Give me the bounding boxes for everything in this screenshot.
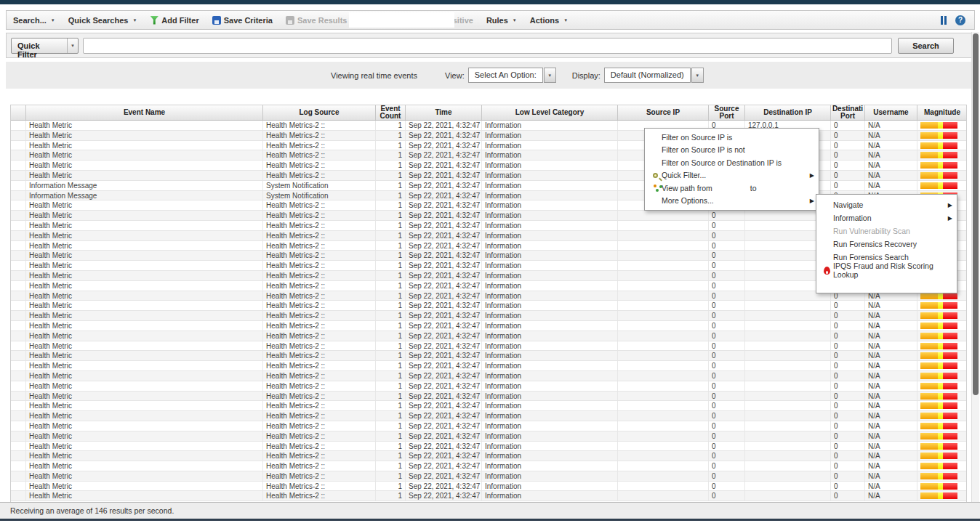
cell-user[interactable]: N/A [865, 161, 917, 170]
cell-sip[interactable] [618, 331, 709, 341]
cell-sip[interactable] [618, 491, 709, 500]
cell-sip[interactable] [618, 471, 709, 481]
cell-log[interactable]: Health Metrics-2 :: [263, 221, 376, 230]
column-header-destinati-port[interactable]: Destinati Port [831, 105, 865, 120]
table-row[interactable]: Health MetricHealth Metrics-2 ::1Sep 22,… [11, 491, 966, 501]
cell-time[interactable]: Sep 22, 2021, 4:32:47 PM [406, 392, 482, 401]
table-row[interactable]: Health MetricHealth Metrics-2 ::1Sep 22,… [11, 431, 966, 442]
cell-dip[interactable] [745, 471, 831, 481]
cell-count[interactable]: 1 [376, 261, 406, 270]
cell-magnitude[interactable] [917, 421, 967, 431]
cell-name[interactable]: Health Metric [26, 200, 263, 210]
cell-magnitude[interactable] [917, 311, 967, 320]
cell-count[interactable]: 1 [376, 171, 406, 180]
cell-dport[interactable]: 0 [831, 491, 865, 500]
cell-select[interactable] [11, 381, 26, 391]
table-row[interactable]: Health MetricHealth Metrics-2 ::1Sep 22,… [11, 371, 966, 381]
cell-magnitude[interactable] [917, 150, 967, 160]
cell-select[interactable] [11, 331, 26, 341]
cell-sport[interactable]: 0 [709, 471, 745, 481]
column-header-log-source[interactable]: Log Source [263, 105, 376, 120]
cell-select[interactable] [11, 211, 26, 220]
cell-count[interactable]: 1 [376, 150, 406, 160]
cell-user[interactable]: N/A [865, 181, 917, 190]
cell-select[interactable] [11, 231, 26, 240]
column-header-destination-ip[interactable]: Destination IP [745, 105, 831, 120]
cell-user[interactable]: N/A [865, 381, 917, 391]
quick-filter-input[interactable] [83, 38, 892, 54]
cell-dport[interactable]: 0 [831, 461, 865, 471]
cell-dip[interactable] [745, 451, 831, 461]
cell-dport[interactable]: 0 [831, 171, 865, 180]
table-row[interactable]: Information MessageSystem Notification1S… [11, 181, 966, 191]
cell-log[interactable]: Health Metrics-2 :: [263, 261, 376, 270]
cell-log[interactable]: System Notification [263, 191, 376, 200]
cell-magnitude[interactable] [917, 392, 967, 401]
cell-log[interactable]: Health Metrics-2 :: [263, 482, 376, 491]
cell-log[interactable]: Health Metrics-2 :: [263, 271, 376, 280]
cell-log[interactable]: Health Metrics-2 :: [263, 341, 376, 351]
cell-time[interactable]: Sep 22, 2021, 4:32:47 PM [406, 341, 482, 351]
cell-time[interactable]: Sep 22, 2021, 4:32:47 PM [406, 411, 482, 421]
cell-dport[interactable]: 0 [831, 442, 865, 451]
cell-sport[interactable]: 0 [709, 392, 745, 401]
table-row[interactable]: Health MetricHealth Metrics-2 ::1Sep 22,… [11, 311, 966, 321]
cell-magnitude[interactable] [917, 301, 967, 310]
cell-sip[interactable] [618, 351, 709, 360]
cell-log[interactable]: Health Metrics-2 :: [263, 301, 376, 310]
cell-count[interactable]: 1 [376, 361, 406, 370]
cell-magnitude[interactable] [917, 331, 967, 341]
cell-select[interactable] [11, 311, 26, 320]
cell-user[interactable]: N/A [865, 141, 917, 150]
cell-dport[interactable]: 0 [831, 451, 865, 461]
cell-sport[interactable]: 0 [709, 291, 745, 301]
menu-item-information[interactable]: Information▶ [816, 211, 957, 224]
cell-cat[interactable]: Information [482, 401, 618, 410]
cell-user[interactable]: N/A [865, 411, 917, 421]
table-row[interactable]: Health MetricHealth Metrics-2 ::1Sep 22,… [11, 150, 966, 161]
cell-magnitude[interactable] [917, 442, 967, 451]
cell-dport[interactable]: 0 [831, 392, 865, 401]
cell-count[interactable]: 1 [376, 301, 406, 310]
cell-log[interactable]: Health Metrics-2 :: [263, 241, 376, 251]
cell-count[interactable]: 1 [376, 341, 406, 351]
cell-count[interactable]: 1 [376, 321, 406, 331]
cell-magnitude[interactable] [917, 131, 967, 140]
cell-user[interactable]: N/A [865, 451, 917, 461]
cell-sip[interactable] [618, 421, 709, 431]
cell-count[interactable]: 1 [376, 191, 406, 200]
cell-sip[interactable] [618, 482, 709, 491]
column-header-select[interactable] [11, 105, 26, 120]
cell-log[interactable]: Health Metrics-2 :: [263, 401, 376, 410]
cell-magnitude[interactable] [917, 361, 967, 370]
cell-cat[interactable]: Information [482, 491, 618, 500]
cell-sport[interactable]: 0 [709, 371, 745, 381]
cell-time[interactable]: Sep 22, 2021, 4:32:47 PM [406, 121, 482, 130]
cell-user[interactable]: N/A [865, 371, 917, 381]
cell-time[interactable]: Sep 22, 2021, 4:32:47 PM [406, 491, 482, 500]
cell-dport[interactable]: 0 [831, 311, 865, 320]
cell-name[interactable]: Health Metric [26, 261, 263, 270]
cell-select[interactable] [11, 171, 26, 180]
cell-select[interactable] [11, 451, 26, 461]
cell-user[interactable]: N/A [865, 341, 917, 351]
cell-count[interactable]: 1 [376, 200, 406, 210]
toolbar-item-rules[interactable]: Rules▼ [480, 11, 523, 29]
cell-dip[interactable] [745, 311, 831, 320]
cell-name[interactable]: Health Metric [26, 351, 263, 360]
cell-select[interactable] [11, 392, 26, 401]
cell-cat[interactable]: Information [482, 361, 618, 370]
cell-name[interactable]: Health Metric [26, 471, 263, 481]
cell-dport[interactable]: 0 [831, 351, 865, 360]
cell-sip[interactable] [618, 341, 709, 351]
cell-user[interactable]: N/A [865, 321, 917, 331]
cell-user[interactable]: N/A [865, 461, 917, 471]
cell-name[interactable]: Health Metric [26, 271, 263, 280]
cell-dport[interactable]: 0 [831, 482, 865, 491]
cell-dip[interactable] [745, 371, 831, 381]
cell-name[interactable]: Health Metric [26, 451, 263, 461]
cell-dip[interactable] [745, 411, 831, 421]
cell-time[interactable]: Sep 22, 2021, 4:32:47 PM [406, 311, 482, 320]
cell-time[interactable]: Sep 22, 2021, 4:32:47 PM [406, 150, 482, 160]
view-select[interactable]: Select An Option: ▼ [468, 68, 556, 83]
